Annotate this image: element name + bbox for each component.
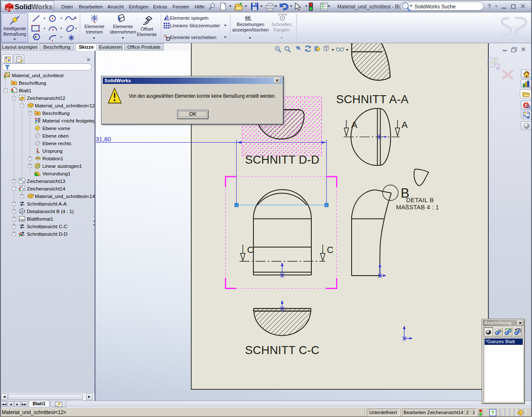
svg-text:SCHNITT D-D: SCHNITT D-D (245, 153, 319, 166)
svg-text:66: 66 (245, 14, 251, 21)
svg-text:MAßSTAB 4 : 1: MAßSTAB 4 : 1 (396, 204, 439, 211)
svg-text:A: A (36, 111, 39, 115)
svg-text:DETAIL B: DETAIL B (406, 197, 434, 203)
svg-text:C: C (247, 245, 254, 255)
svg-text:SCHNITT A-A: SCHNITT A-A (336, 93, 409, 106)
svg-text:C: C (327, 245, 334, 255)
svg-text:A: A (351, 120, 357, 130)
svg-text:A: A (13, 81, 15, 85)
svg-text:S: S (6, 7, 9, 11)
svg-text:?: ? (491, 409, 494, 416)
svg-text:SCHNITT C-C: SCHNITT C-C (245, 344, 319, 357)
svg-text:A: A (402, 120, 408, 130)
svg-text:A: A (21, 209, 23, 214)
svg-text:31,80: 31,80 (96, 136, 111, 143)
svg-text:W: W (10, 8, 13, 12)
